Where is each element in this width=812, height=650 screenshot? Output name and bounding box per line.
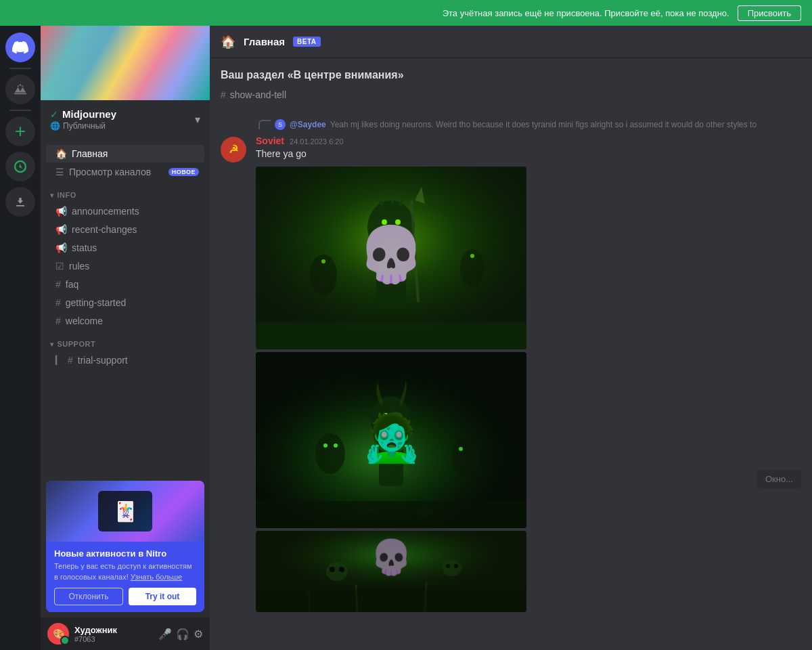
user-name: Художник [74, 625, 153, 635]
browse-icon: ☰ [55, 167, 64, 177]
server-header[interactable]: ✓ Midjourney 🌐 Публичный ▾ [41, 100, 210, 139]
svg-point-39 [376, 544, 406, 571]
svg-point-10 [395, 219, 401, 225]
channel-label-2: recent-changes [72, 224, 137, 235]
message-time: 24.01.2023 6:20 [290, 137, 344, 146]
channel-label: announcements [72, 206, 139, 217]
reply-line: S @Saydee Yeah mj likes doing neurons. W… [210, 119, 812, 133]
announce-icon-3: 📢 [55, 242, 67, 253]
featured-channel-item[interactable]: # show-and-tell [221, 89, 801, 108]
user-avatar: 🎨 [47, 623, 69, 645]
rules-icon: ☑ [55, 261, 64, 272]
server-banner [41, 26, 210, 100]
headset-icon[interactable]: 🎧 [176, 628, 189, 641]
svg-point-43 [326, 562, 348, 581]
notification-text: Эта учётная запись ещё не присвоена. При… [443, 8, 729, 18]
svg-point-30 [323, 443, 328, 448]
announce-icon-2: 📢 [55, 224, 67, 235]
home-channel-label: Главная [72, 148, 108, 159]
channel-getting-started[interactable]: # getting-started [46, 294, 204, 311]
main-content: 🏠 Главная BETA Ваш раздел «В центре вним… [210, 26, 812, 650]
okno-text: Окно... [765, 474, 793, 484]
channel-sidebar: ✓ Midjourney 🌐 Публичный ▾ 🏠 Главная ☰ П… [41, 26, 210, 650]
svg-text:☭: ☭ [229, 144, 238, 155]
beta-badge: BETA [293, 37, 320, 47]
category-arrow-icon: ▾ [50, 192, 54, 199]
channel-recent-changes[interactable]: 📢 recent-changes [46, 221, 204, 238]
reply-author: @Saydee [290, 120, 326, 129]
channel-list: 🏠 Главная ☰ Просмотр каналов НОВОЕ ▾ INF… [41, 139, 210, 475]
svg-rect-0 [14, 93, 26, 95]
svg-point-45 [339, 567, 344, 572]
nitro-game-preview: 🃏 [98, 491, 152, 532]
user-info: Художник #7063 [74, 625, 153, 643]
svg-point-40 [382, 553, 389, 560]
nitro-card-title: Новые активности в Nitro [54, 548, 196, 559]
channel-faq[interactable]: # faq [46, 276, 204, 293]
message-group: ☭ Soviet 24.01.2023 6:20 There ya go [210, 133, 812, 615]
browse-label: Просмотр каналов [69, 167, 151, 177]
svg-point-7 [367, 200, 415, 255]
top-notification-bar: Эта учётная запись ещё не присвоена. При… [0, 0, 812, 26]
svg-rect-36 [256, 501, 526, 528]
new-badge: НОВОЕ [168, 168, 199, 176]
channel-rules[interactable]: ☑ rules [46, 257, 204, 275]
reply-text: Yeah mj likes doing neurons. Weird tho b… [330, 120, 757, 129]
svg-rect-20 [256, 322, 526, 349]
messages-area: Ваш раздел «В центре внимания» # show-an… [210, 58, 812, 650]
channel-item-browse[interactable]: ☰ Просмотр каналов НОВОЕ [46, 163, 204, 181]
pin-icon: ▎ [55, 355, 62, 365]
svg-point-23 [371, 396, 411, 443]
channel-label-3: status [72, 242, 97, 253]
user-tag: #7063 [74, 635, 153, 643]
add-server-icon[interactable]: + [5, 116, 35, 146]
hash-icon-featured: # [221, 89, 226, 100]
channel-status[interactable]: 📢 status [46, 239, 204, 257]
server-list: + [0, 26, 41, 650]
channel-welcome[interactable]: # welcome [46, 312, 204, 330]
image-zombie-warrior[interactable] [256, 352, 526, 528]
nitro-promo-card: 🃏 Новые активности в Nitro Теперь у вас … [46, 481, 204, 612]
mute-icon[interactable]: 🎤 [158, 628, 172, 641]
svg-rect-52 [256, 588, 526, 612]
discord-home-icon[interactable] [5, 32, 35, 62]
user-controls: 🎤 🎧 ⚙ [158, 628, 203, 641]
nitro-learn-more-link[interactable]: Узнать больше [131, 573, 182, 581]
page-title: Главная [244, 36, 285, 47]
explore-icon[interactable] [5, 152, 35, 181]
hash-icon-ts: # [68, 355, 73, 366]
settings-icon[interactable]: ⚙ [194, 628, 203, 641]
channel-trial-support[interactable]: ▎ # trial-support [46, 351, 204, 369]
server-name: Midjourney [62, 108, 116, 120]
reply-avatar: S [275, 119, 286, 130]
image-skulls[interactable] [256, 531, 526, 612]
claim-button[interactable]: Присвоить [738, 5, 801, 21]
download-icon[interactable] [5, 187, 35, 217]
image-green-warrior[interactable] [256, 167, 526, 349]
channel-label-4: rules [69, 261, 89, 272]
nitro-accept-button[interactable]: Try it out [129, 588, 196, 605]
channel-announcements[interactable]: 📢 announcements [46, 202, 204, 220]
category-support[interactable]: ▾ SUPPORT [41, 330, 210, 351]
svg-point-46 [443, 560, 461, 576]
svg-rect-42 [387, 566, 395, 570]
hash-icon-faq: # [55, 279, 61, 290]
nitro-decline-button[interactable]: Отклонить [54, 588, 123, 605]
user-area: 🎨 Художник #7063 🎤 🎧 ⚙ [41, 618, 210, 650]
server-type: Публичный [63, 121, 106, 131]
featured-title: Ваш раздел «В центре внимания» [221, 69, 801, 81]
server-divider [9, 68, 31, 69]
svg-point-25 [384, 450, 398, 464]
sailboat-server-icon[interactable] [5, 74, 35, 104]
svg-point-31 [334, 443, 338, 448]
svg-point-48 [454, 564, 458, 568]
channel-item-home[interactable]: 🏠 Главная [46, 145, 204, 162]
svg-point-28 [394, 413, 399, 418]
verified-icon: ✓ [50, 109, 58, 120]
channel-label-6: getting-started [66, 297, 127, 308]
category-info[interactable]: ▾ INFO [41, 181, 210, 202]
home-channel-icon: 🏠 [55, 148, 67, 159]
channel-label-7: welcome [66, 316, 103, 326]
message-author-soviet: Soviet [256, 135, 284, 146]
message-header: Soviet 24.01.2023 6:20 [256, 135, 801, 146]
